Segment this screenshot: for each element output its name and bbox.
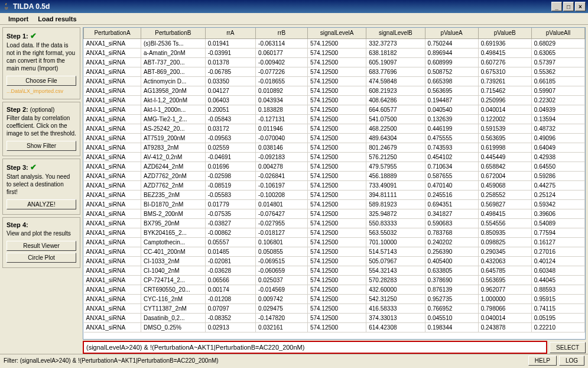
menubar: Import Load results	[0, 13, 588, 25]
table-row[interactable]: ANXA1_siRNAAS-25242_20...0.031720.011946…	[84, 124, 585, 133]
table-cell: 0.691936	[478, 38, 531, 48]
table-cell: 0.743593	[425, 143, 478, 152]
table-row[interactable]: ANXA1_siRNACI-1033_2nM-0.02081-0.0695155…	[84, 256, 585, 266]
minimize-button[interactable]: _	[551, 2, 562, 11]
table-cell: 0.694351	[425, 199, 478, 209]
table-cell: 0.098825	[478, 237, 531, 247]
table-cell: -0.01208	[205, 294, 255, 304]
titlebar: TILDA 0.5d _ □ ×	[0, 0, 588, 13]
show-filter-button[interactable]: Show Filter	[7, 141, 76, 151]
table-row[interactable]: ANXA1_siRNAABT-737_200...0.01378-0.00940…	[84, 57, 585, 67]
table-row[interactable]: ANXA1_siRNACP-724714_2...0.065660.025037…	[84, 275, 585, 285]
table-cell: ANXA1_siRNA	[84, 152, 141, 162]
table-row[interactable]: ANXA1_siRNAAMG-Tie2-1_2...-0.05843-0.127…	[84, 114, 585, 124]
table-cell: ANXA1_siRNA	[84, 304, 141, 313]
filter-input[interactable]	[83, 341, 547, 354]
choose-file-button[interactable]: Choose File	[7, 76, 76, 86]
table-row[interactable]: ANXA1_siRNAAkt-I-1_2000n...0.200510.1838…	[84, 105, 585, 114]
table-cell: 574.12500	[307, 190, 366, 199]
column-header[interactable]: rrB	[256, 28, 308, 38]
table-cell: 0.004278	[256, 162, 308, 171]
column-header[interactable]: signalLevelA	[307, 28, 366, 38]
table-row[interactable]: ANXA1_siRNACamptothecin...0.055570.10680…	[84, 237, 585, 247]
table-row[interactable]: ANXA1_siRNACYT11387_2nM0.070970.02947557…	[84, 304, 585, 313]
column-header[interactable]: rrA	[205, 28, 255, 38]
table-row[interactable]: ANXA1_siRNADasatinib_0,2...-0.08352-0.14…	[84, 313, 585, 322]
table-cell: 574.12500	[307, 171, 366, 180]
table-scroll[interactable]: PerturbationAPerturbationBrrArrBsignalLe…	[83, 28, 585, 339]
log-button[interactable]: LOG	[559, 356, 584, 366]
table-cell: 0.475555	[425, 133, 478, 143]
table-row[interactable]: ANXA1_siRNABMS-2_200nM-0.07535-0.0764275…	[84, 209, 585, 218]
table-cell: 0.240202	[425, 237, 478, 247]
table-cell: 574.12500	[307, 86, 366, 95]
menu-import[interactable]: Import	[4, 14, 33, 24]
table-cell: ABT-869_200...	[141, 67, 206, 76]
table-row[interactable]: ANXA1_siRNABI-D1870_2nM0.017790.01480157…	[84, 199, 585, 209]
table-cell: 0.20051	[205, 105, 255, 114]
table-cell: ANXA1_siRNA	[84, 86, 141, 95]
maximize-button[interactable]: □	[563, 2, 574, 11]
table-row[interactable]: ANXA1_siRNACC-401_200nM0.014850.05085557…	[84, 247, 585, 256]
table-cell: Akt-I-1_2000n...	[141, 105, 206, 114]
table-row[interactable]: ANXA1_siRNAAZD7762_2nM-0.08519-0.1061975…	[84, 180, 585, 190]
status-filter-text: Filter: (signalLevelA>240) & !(Perturbat…	[4, 357, 526, 364]
table-row[interactable]: ANXA1_siRNAa-Amatin_20nM-0.039910.060177…	[84, 48, 585, 57]
table-cell: 683.77696	[366, 67, 425, 76]
column-header[interactable]: PerturbationA	[84, 28, 141, 38]
table-cell: CP-724714_2...	[141, 275, 206, 285]
column-header[interactable]: pValueB	[478, 28, 531, 38]
table-cell: 416.58333	[366, 304, 425, 313]
table-cell: 574.12500	[307, 228, 366, 237]
table-cell: 574.12500	[307, 114, 366, 124]
table-row[interactable]: ANXA1_siRNABYK204165_2...-0.00862-0.0181…	[84, 228, 585, 237]
table-cell: 0.39606	[531, 209, 584, 218]
circle-plot-button[interactable]: Circle Plot	[7, 253, 76, 263]
table-row[interactable]: ANXA1_siRNABEZ235_2nM-0.05583-0.10020857…	[84, 190, 585, 199]
table-cell: 0.459068	[478, 180, 531, 190]
table-cell: 0.54089	[531, 218, 584, 228]
help-button[interactable]: HELP	[528, 356, 557, 366]
close-button[interactable]: ×	[575, 2, 586, 11]
table-cell: CI-1040_2nM	[141, 266, 206, 275]
table-cell: ANXA1_siRNA	[84, 228, 141, 237]
column-header[interactable]: signalLevelB	[366, 28, 425, 38]
table-cell: -0.03628	[205, 266, 255, 275]
table-cell: 0.672004	[478, 171, 531, 180]
table-row[interactable]: ANXA1_siRNAAT7519_200nM-0.09563-0.070040…	[84, 133, 585, 143]
table-cell: ANXA1_siRNA	[84, 180, 141, 190]
table-row[interactable]: ANXA1_siRNAAG13958_20nM0.041270.01089257…	[84, 86, 585, 95]
table-row[interactable]: ANXA1_siRNADMSO_0.25%0.029130.032161574.…	[84, 322, 585, 332]
table-row[interactable]: ANXA1_siRNAAkt-I-1,2_200nM0.064030.04393…	[84, 95, 585, 105]
table-row[interactable]: ANXA1_siRNA(s)BI-2536 Ts...0.01941-0.063…	[84, 38, 585, 48]
table-row[interactable]: ANXA1_siRNACYC-116_2nM-0.012080.00974257…	[84, 294, 585, 304]
menu-load-results[interactable]: Load results	[33, 14, 81, 24]
analyze-button[interactable]: ANALYZE!	[7, 199, 76, 209]
table-cell: ANXA1_siRNA	[84, 143, 141, 152]
table-row[interactable]: ANXA1_siRNACRT690550_20...0.00174-0.0145…	[84, 285, 585, 294]
result-viewer-button[interactable]: Result Viewer	[7, 241, 76, 251]
column-header[interactable]: PerturbationB	[141, 28, 206, 38]
table-row[interactable]: ANXA1_siRNACI-1040_2nM-0.03628-0.0606595…	[84, 266, 585, 275]
table-row[interactable]: ANXA1_siRNAAT9283_2nM0.025590.038146574.…	[84, 143, 585, 152]
table-cell: 0.42938	[531, 152, 584, 162]
table-cell: ANXA1_siRNA	[84, 38, 141, 48]
table-row[interactable]: ANXA1_siRNAABT-869_200...-0.06785-0.0772…	[84, 67, 585, 76]
table-cell: 0.045510	[425, 313, 478, 322]
select-button[interactable]: SELECT	[550, 342, 586, 353]
column-header[interactable]: pValueAll	[531, 28, 584, 38]
table-row[interactable]: ANXA1_siRNAAV-412_0,2nM-0.04691-0.092183…	[84, 152, 585, 162]
table-row[interactable]: ANXA1_siRNAAZD7762_20nM-0.02598-0.026841…	[84, 171, 585, 180]
table-cell: 432.60000	[366, 285, 425, 294]
table-cell: 0.59286	[531, 171, 584, 180]
table-row[interactable]: ANXA1_siRNAAZD6244_2nM0.016960.004278574…	[84, 162, 585, 171]
table-cell: 0.68029	[531, 38, 584, 48]
table-cell: 0.49096	[531, 133, 584, 143]
table-row[interactable]: ANXA1_siRNABX795_20nM-0.03827-0.02795557…	[84, 218, 585, 228]
table-cell: 0.245516	[425, 190, 478, 199]
table-row[interactable]: ANXA1_siRNAActinomycin D...0.03350-0.018…	[84, 76, 585, 86]
table-cell: CC-401_200nM	[141, 247, 206, 256]
table-cell: 574.12500	[307, 38, 366, 48]
table-cell: 574.12500	[307, 199, 366, 209]
column-header[interactable]: pValueA	[425, 28, 478, 38]
